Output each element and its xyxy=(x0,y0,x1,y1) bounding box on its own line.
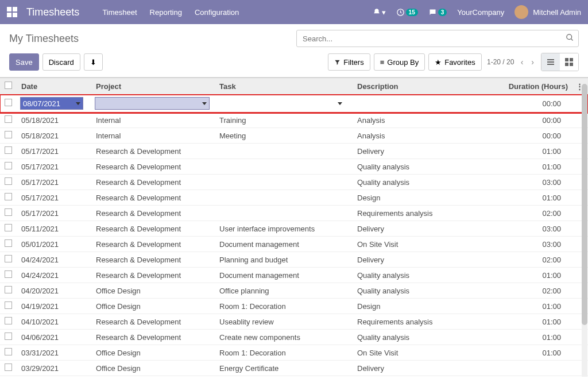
nav-reporting[interactable]: Reporting xyxy=(150,8,182,17)
cell-description[interactable]: Delivery xyxy=(353,361,479,376)
cell-description[interactable]: Quality analysis xyxy=(353,159,479,175)
cell-duration[interactable]: 02:00 xyxy=(479,283,571,299)
edit-row[interactable]: 08/07/2021 00:00 xyxy=(0,95,588,113)
cell-duration[interactable]: 01:00 xyxy=(479,144,571,159)
groupby-button[interactable]: ≡ Group By xyxy=(374,53,425,71)
cell-project[interactable]: Internal xyxy=(91,113,215,128)
cell-duration[interactable]: 01:00 xyxy=(479,159,571,175)
cell-duration[interactable]: 03:00 xyxy=(479,237,571,252)
cell-task[interactable]: Planning and budget xyxy=(215,252,353,268)
date-input[interactable]: 08/07/2021 xyxy=(20,97,83,110)
cell-project[interactable]: Office Design xyxy=(91,299,215,314)
view-kanban[interactable] xyxy=(560,53,578,71)
cell-task[interactable]: Office planning xyxy=(215,283,353,299)
company-name[interactable]: YourCompany xyxy=(457,8,504,17)
row-checkbox[interactable] xyxy=(5,239,12,247)
cell-date[interactable]: 04/06/2021 xyxy=(17,330,91,345)
cell-project[interactable]: Office Design xyxy=(91,345,215,361)
duration-input[interactable]: 00:00 xyxy=(479,95,571,113)
row-checkbox[interactable] xyxy=(5,115,12,123)
cell-date[interactable]: 05/18/2021 xyxy=(17,113,91,128)
cell-project[interactable]: Research & Development xyxy=(91,175,215,190)
favorites-button[interactable]: ★ Favorites xyxy=(428,53,481,71)
cell-description[interactable]: Quality analysis xyxy=(353,283,479,299)
pager-prev[interactable]: ‹ xyxy=(519,55,526,69)
cell-project[interactable]: Research & Development xyxy=(91,237,215,252)
cell-task[interactable]: Energy Certificate xyxy=(215,361,353,376)
row-checkbox[interactable] xyxy=(5,348,12,355)
table-row[interactable]: 04/24/2021 Research & Development Docume… xyxy=(0,268,588,283)
table-row[interactable]: 04/24/2021 Research & Development Planni… xyxy=(0,252,588,268)
table-row[interactable]: 04/06/2021 Research & Development Create… xyxy=(0,330,588,345)
cell-date[interactable]: 05/17/2021 xyxy=(17,175,91,190)
cell-description[interactable]: Quality analysis xyxy=(353,268,479,283)
table-row[interactable]: 05/17/2021 Research & Development Design… xyxy=(0,190,588,206)
cell-duration[interactable]: 02:00 xyxy=(479,206,571,221)
cell-project[interactable]: Office Design xyxy=(91,283,215,299)
row-checkbox[interactable] xyxy=(5,224,12,231)
cell-duration[interactable]: 01:00 xyxy=(479,314,571,330)
cell-date[interactable]: 04/19/2021 xyxy=(17,299,91,314)
cell-description[interactable]: Quality analysis xyxy=(353,175,479,190)
row-checkbox[interactable] xyxy=(5,270,12,278)
cell-description[interactable]: Delivery xyxy=(353,252,479,268)
cell-description[interactable]: On Site Visit xyxy=(353,237,479,252)
row-checkbox[interactable] xyxy=(5,162,12,169)
filters-button[interactable]: Filters xyxy=(328,53,370,71)
save-button[interactable]: Save xyxy=(9,53,39,71)
cell-date[interactable]: 05/17/2021 xyxy=(17,144,91,159)
table-row[interactable]: 05/01/2021 Research & Development Docume… xyxy=(0,237,588,252)
table-row[interactable]: 05/17/2021 Research & Development Qualit… xyxy=(0,175,588,190)
row-checkbox[interactable] xyxy=(5,255,12,262)
pager-next[interactable]: › xyxy=(529,55,536,69)
cell-project[interactable]: Research & Development xyxy=(91,221,215,237)
row-checkbox[interactable] xyxy=(5,363,12,371)
table-row[interactable]: 05/17/2021 Research & Development Qualit… xyxy=(0,159,588,175)
cell-date[interactable]: 03/29/2021 xyxy=(17,361,91,376)
cell-project[interactable]: Internal xyxy=(91,128,215,144)
search-input[interactable] xyxy=(296,30,579,47)
row-checkbox[interactable] xyxy=(5,332,12,340)
row-checkbox[interactable] xyxy=(5,286,12,293)
user-menu[interactable]: Mitchell Admin xyxy=(514,5,581,19)
row-checkbox[interactable] xyxy=(5,146,12,154)
col-task[interactable]: Task xyxy=(215,78,353,95)
cell-task[interactable] xyxy=(215,175,353,190)
cell-duration[interactable]: 03:00 xyxy=(479,221,571,237)
cell-date[interactable]: 04/24/2021 xyxy=(17,268,91,283)
scrollbar-thumb[interactable] xyxy=(582,84,587,325)
row-checkbox[interactable] xyxy=(5,177,12,185)
cell-project[interactable]: Research & Development xyxy=(91,190,215,206)
view-list[interactable] xyxy=(541,53,560,71)
cell-date[interactable]: 04/24/2021 xyxy=(17,252,91,268)
cell-description[interactable]: Delivery xyxy=(353,144,479,159)
cell-date[interactable]: 04/20/2021 xyxy=(17,283,91,299)
table-row[interactable]: 04/10/2021 Research & Development Useabl… xyxy=(0,314,588,330)
cell-duration[interactable]: 03:00 xyxy=(479,175,571,190)
table-row[interactable]: 05/18/2021 Internal Training Analysis 00… xyxy=(0,113,588,128)
cell-task[interactable]: Document management xyxy=(215,268,353,283)
project-input[interactable] xyxy=(95,97,210,110)
cell-duration[interactable]: 00:00 xyxy=(479,113,571,128)
cell-duration[interactable]: 00:00 xyxy=(479,128,571,144)
cell-description[interactable]: Analysis xyxy=(353,113,479,128)
cell-date[interactable]: 05/17/2021 xyxy=(17,159,91,175)
cell-date[interactable]: 03/31/2021 xyxy=(17,345,91,361)
table-row[interactable]: 05/11/2021 Research & Development User i… xyxy=(0,221,588,237)
row-checkbox[interactable] xyxy=(5,193,12,200)
row-checkbox[interactable] xyxy=(5,208,12,216)
table-row[interactable]: 05/18/2021 Internal Meeting Analysis 00:… xyxy=(0,128,588,144)
table-row[interactable]: 05/17/2021 Research & Development Delive… xyxy=(0,144,588,159)
row-checkbox[interactable] xyxy=(5,99,12,106)
select-all-checkbox[interactable] xyxy=(5,82,12,89)
col-description[interactable]: Description xyxy=(353,78,479,95)
cell-duration[interactable]: 01:00 xyxy=(479,268,571,283)
col-project[interactable]: Project xyxy=(91,78,215,95)
cell-task[interactable]: Document management xyxy=(215,237,353,252)
search-icon[interactable] xyxy=(566,33,574,44)
task-input[interactable] xyxy=(218,97,345,110)
cell-task[interactable]: Create new components xyxy=(215,330,353,345)
table-row[interactable]: 03/29/2021 Office Design Energy Certific… xyxy=(0,361,588,376)
description-input[interactable] xyxy=(353,95,479,113)
cell-project[interactable]: Research & Development xyxy=(91,159,215,175)
